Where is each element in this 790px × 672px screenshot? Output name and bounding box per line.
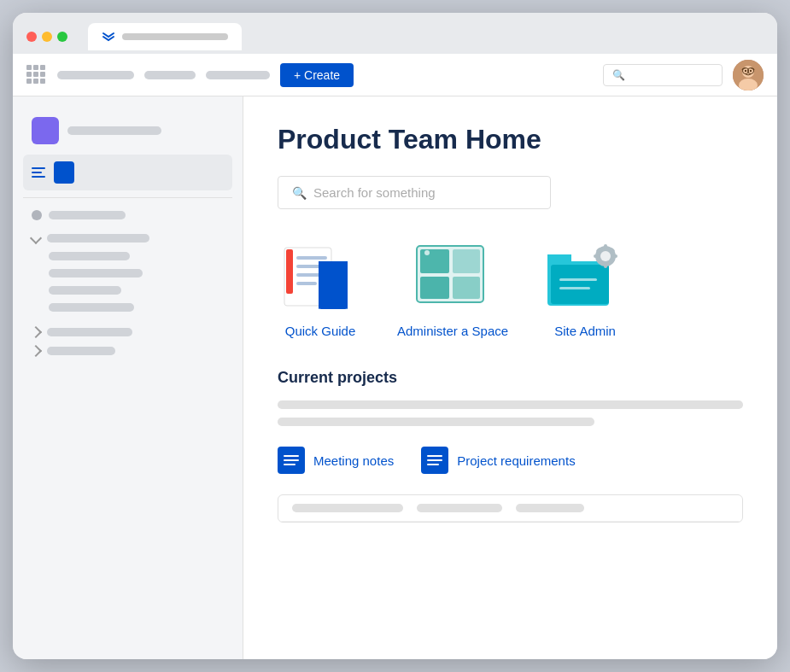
table-preview	[278, 494, 743, 523]
create-button[interactable]: + Create	[280, 63, 354, 87]
main-area: Product Team Home 🔍 Search for something	[13, 96, 777, 659]
page-icon-lines-2	[424, 452, 446, 469]
administer-space-icon	[410, 237, 495, 313]
active-tab[interactable]	[88, 23, 242, 50]
quick-guide-label: Quick Guide	[285, 324, 356, 338]
quick-guide-icon	[278, 237, 363, 313]
search-placeholder: Search for something	[313, 185, 436, 200]
nav-search[interactable]: 🔍	[603, 64, 723, 86]
minimize-button[interactable]	[42, 32, 52, 42]
svg-point-20	[424, 250, 430, 255]
table-cell-3	[516, 504, 584, 512]
sidebar-space-item[interactable]	[23, 110, 232, 151]
sidebar-expand-2[interactable]	[23, 323, 232, 342]
sub-item-label-4	[49, 303, 134, 312]
chevron-down-icon	[30, 232, 42, 244]
meeting-notes-label: Meeting notes	[313, 453, 394, 468]
sub-item-label-2	[49, 269, 143, 278]
site-admin-label: Site Admin	[554, 324, 616, 338]
administer-space-label: Administer a Space	[397, 324, 508, 338]
traffic-lights	[26, 32, 67, 42]
close-button[interactable]	[26, 32, 37, 42]
svg-point-27	[600, 251, 611, 261]
tree-item-label-2	[47, 328, 132, 336]
site-admin-link[interactable]: Site Admin	[542, 237, 628, 338]
nav-active-label	[54, 161, 74, 184]
page-title: Product Team Home	[278, 124, 743, 155]
sidebar-sub-item-1[interactable]	[23, 248, 232, 265]
quick-guide-link[interactable]: Quick Guide	[278, 237, 363, 338]
browser-window: + Create 🔍	[13, 13, 777, 659]
svg-rect-17	[453, 249, 480, 273]
nav-lines-icon	[32, 167, 45, 178]
svg-rect-25	[559, 287, 590, 289]
tab-title	[122, 33, 228, 40]
sidebar-tree-section	[23, 229, 232, 316]
sidebar-bottom-section	[23, 323, 232, 360]
tab-bar	[88, 23, 242, 50]
maximize-button[interactable]	[57, 32, 67, 42]
table-row-1	[278, 495, 742, 522]
sub-item-label-3	[49, 286, 121, 295]
meeting-notes-link[interactable]: Meeting notes	[278, 447, 394, 474]
avatar-img	[733, 60, 764, 91]
svg-rect-23	[551, 265, 609, 304]
nav-item-spaces[interactable]	[144, 71, 196, 79]
sub-item-label-1	[49, 252, 130, 260]
project-bar-2	[278, 418, 594, 426]
chevron-right-icon-2	[30, 345, 42, 357]
sidebar-sub-item-3[interactable]	[23, 282, 232, 299]
svg-rect-9	[286, 249, 293, 294]
svg-point-4	[750, 69, 752, 71]
space-label	[67, 126, 161, 135]
svg-rect-13	[296, 282, 317, 285]
svg-rect-30	[594, 254, 599, 258]
meeting-notes-icon	[278, 447, 305, 474]
apps-icon[interactable]	[26, 65, 47, 85]
svg-rect-10	[296, 256, 327, 260]
current-projects-title: Current projects	[278, 369, 743, 387]
table-cell-1	[292, 504, 403, 512]
sidebar-tree-root[interactable]	[23, 205, 232, 225]
svg-rect-28	[604, 244, 607, 249]
sidebar-sub-item-4[interactable]	[23, 299, 232, 316]
nav-item-home[interactable]	[57, 71, 134, 79]
svg-rect-24	[559, 278, 597, 281]
chevron-right-icon	[30, 326, 42, 338]
app-navbar: + Create 🔍	[13, 54, 777, 96]
search-icon: 🔍	[292, 186, 307, 200]
nav-search-icon: 🔍	[612, 69, 625, 81]
browser-chrome	[13, 13, 777, 54]
administer-space-link[interactable]: Administer a Space	[397, 237, 508, 338]
svg-rect-18	[420, 277, 449, 299]
sidebar-nav-item-overview[interactable]	[23, 155, 232, 190]
content-search-bar[interactable]: 🔍 Search for something	[278, 176, 551, 209]
tree-label	[49, 211, 126, 219]
site-admin-icon	[542, 237, 628, 313]
user-avatar[interactable]	[733, 60, 764, 91]
svg-rect-29	[604, 263, 607, 268]
page-links: Meeting notes Project requirements	[278, 447, 743, 474]
nav-item-recent[interactable]	[206, 71, 270, 79]
confluence-favicon	[102, 30, 115, 44]
svg-point-3	[745, 69, 746, 71]
svg-rect-22	[547, 254, 571, 265]
svg-rect-31	[612, 254, 617, 258]
circle-icon	[32, 210, 42, 220]
content-area: Product Team Home 🔍 Search for something	[243, 96, 777, 659]
tree-item-label-3	[47, 347, 115, 355]
sidebar-expand-item[interactable]	[23, 229, 232, 248]
quick-links: Quick Guide	[278, 237, 743, 338]
sidebar	[13, 96, 243, 659]
project-bars	[278, 400, 743, 426]
tree-item-label	[47, 234, 149, 243]
project-req-icon	[421, 447, 448, 474]
project-requirements-link[interactable]: Project requirements	[421, 447, 575, 474]
sidebar-divider	[23, 197, 232, 198]
svg-rect-19	[453, 277, 480, 299]
project-requirements-label: Project requirements	[457, 453, 575, 468]
project-bar-1	[278, 400, 743, 409]
sidebar-sub-item-2[interactable]	[23, 265, 232, 282]
sidebar-expand-3[interactable]	[23, 342, 232, 360]
space-icon	[32, 117, 59, 144]
